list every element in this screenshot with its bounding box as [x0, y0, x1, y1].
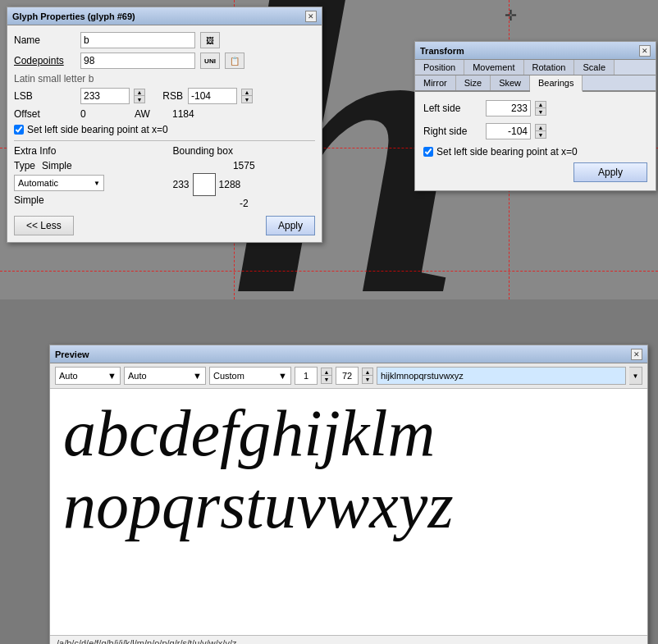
tab-position[interactable]: Position: [415, 60, 464, 75]
lsb-spinner: ▲ ▼: [134, 89, 145, 103]
tab-size[interactable]: Size: [456, 75, 491, 90]
preview-line-1: abcdefghijklm: [63, 397, 634, 469]
lsb-input[interactable]: [80, 88, 130, 104]
preview-dropdown-2[interactable]: Auto ▼: [124, 367, 206, 385]
bounding-box: 1575 233 1288 -2: [173, 160, 316, 209]
glyph-info-text: Latin small letter b: [14, 73, 315, 84]
auto-dropdown[interactable]: Automatic ▼: [14, 175, 104, 191]
lsb-spin-down[interactable]: ▼: [134, 96, 145, 103]
preview-text-input[interactable]: [377, 367, 626, 385]
transform-body: Left side ▲ ▼ Right side ▲ ▼ Set left si…: [415, 92, 656, 190]
preview-spin-1-up[interactable]: ▲: [321, 368, 332, 376]
tab-rotation-label: Rotation: [532, 62, 566, 72]
lsb-label: LSB: [14, 90, 75, 102]
name-row: Name 🖼: [14, 32, 315, 48]
less-button[interactable]: << Less: [14, 216, 74, 235]
left-side-input[interactable]: [486, 100, 531, 116]
tab-movement[interactable]: Movement: [464, 60, 523, 75]
preview-close-button[interactable]: ✕: [631, 349, 642, 360]
preview-spinner-1: ▲ ▼: [321, 368, 332, 384]
transform-apply-button[interactable]: Apply: [573, 162, 647, 182]
preview-spin-2-up[interactable]: ▲: [362, 368, 373, 376]
transform-checkbox-row: Set left side bearing point at x=0: [423, 146, 647, 158]
bb-box: [193, 173, 216, 196]
glyph-props-close-button[interactable]: ✕: [305, 11, 317, 22]
bottom-buttons: << Less Apply: [14, 216, 315, 235]
preview-spin-1-down[interactable]: ▼: [321, 376, 332, 384]
preview-toolbar: Auto ▼ Auto ▼ Custom ▼ ▲ ▼ ▲ ▼ ▼: [50, 363, 647, 389]
offset-label: Offset: [14, 108, 75, 120]
transform-bearing-checkbox[interactable]: [423, 147, 433, 157]
rsb-input[interactable]: [188, 88, 237, 104]
preview-dropdown-2-arrow: ▼: [193, 371, 202, 381]
preview-title: Preview: [55, 349, 89, 359]
bearing-checkbox-row: Set left side bearing point at x=0: [14, 124, 315, 135]
tab-position-label: Position: [423, 62, 455, 72]
right-side-spin-down[interactable]: ▼: [535, 131, 546, 139]
glyph-properties-window: Glyph Properties (glyph #69) ✕ Name 🖼 Co…: [7, 7, 322, 243]
preview-dropdown-2-value: Auto: [128, 371, 147, 381]
left-side-spin-down[interactable]: ▼: [535, 108, 546, 116]
right-side-spin-up[interactable]: ▲: [535, 124, 546, 131]
separator: [14, 140, 315, 141]
bb-right: 1288: [219, 179, 241, 190]
preview-dropdown-1[interactable]: Auto ▼: [55, 367, 121, 385]
right-side-label: Right side: [423, 126, 481, 137]
codepoints-icon-btn[interactable]: 📋: [225, 53, 244, 69]
rsb-spinner: ▲ ▼: [241, 89, 253, 103]
right-side-input[interactable]: [486, 123, 531, 139]
name-input[interactable]: [80, 32, 195, 48]
extra-right: Bounding box 1575 233 1288 -2: [173, 145, 316, 209]
close-icon: ✕: [308, 12, 314, 21]
preview-line-2: nopqrstuvwxyz: [63, 469, 634, 541]
preview-window: Preview ✕ Auto ▼ Auto ▼ Custom ▼ ▲ ▼ ▲ ▼…: [49, 345, 648, 644]
glyph-apply-button[interactable]: Apply: [266, 216, 315, 235]
preview-titlebar: Preview ✕: [50, 345, 647, 363]
preview-dropdown-3-arrow: ▼: [278, 371, 287, 381]
tab-size-label: Size: [464, 78, 482, 88]
lsb-spin-up[interactable]: ▲: [134, 89, 145, 96]
bb-left: 233: [173, 179, 190, 190]
tab-bearings[interactable]: Bearings: [530, 75, 583, 92]
preview-close-icon: ✕: [633, 350, 640, 359]
transform-window: Transform ✕ Position Movement Rotation S…: [414, 41, 656, 191]
bearing-checkbox-label: Set left side bearing point at x=0: [27, 124, 168, 135]
left-side-spin-up[interactable]: ▲: [535, 101, 546, 108]
tab-mirror[interactable]: Mirror: [415, 75, 456, 90]
preview-num-input-1[interactable]: [295, 367, 318, 385]
bb-title: Bounding box: [173, 145, 316, 157]
guide-line-h2: [0, 271, 658, 272]
bb-middle: 233 1288: [173, 173, 316, 196]
left-side-label: Left side: [423, 103, 481, 114]
preview-dropdown-1-value: Auto: [59, 371, 78, 381]
rsb-spin-up[interactable]: ▲: [241, 89, 253, 96]
glyph-props-title: Glyph Properties (glyph #69): [12, 11, 135, 21]
rsb-label: RSB: [150, 90, 183, 102]
preview-dropdown-3-value: Custom: [213, 371, 244, 381]
tab-rotation[interactable]: Rotation: [524, 60, 575, 75]
type-value: Simple: [42, 160, 72, 171]
preview-dropdown-1-arrow: ▼: [107, 371, 117, 381]
tab-scale[interactable]: Scale: [574, 60, 615, 75]
offset-aw-row: Offset 0 AW 1184: [14, 108, 315, 120]
transform-tabs-row2: Mirror Size Skew Bearings: [415, 75, 656, 92]
unicode-icon: UNI: [204, 57, 216, 65]
preview-footer: /a/b/c/d/e/f/g/h/i/j/k/l/m/n/o/p/q/r/s/t…: [50, 635, 647, 644]
name-icon-btn[interactable]: 🖼: [200, 32, 220, 48]
transform-title: Transform: [420, 46, 464, 56]
bearing-checkbox[interactable]: [14, 125, 24, 135]
transform-close-button[interactable]: ✕: [639, 45, 651, 57]
preview-spinner-2: ▲ ▼: [362, 368, 373, 384]
rsb-spin-down[interactable]: ▼: [241, 96, 253, 103]
glyph-props-titlebar: Glyph Properties (glyph #69) ✕: [7, 7, 322, 25]
preview-dropdown-3[interactable]: Custom ▼: [209, 367, 291, 385]
codepoints-icon: 📋: [230, 57, 240, 66]
tab-skew[interactable]: Skew: [491, 75, 530, 90]
codepoints-input[interactable]: [80, 53, 195, 69]
preview-num-input-2[interactable]: [336, 367, 359, 385]
preview-text-dropdown-btn[interactable]: ▼: [629, 367, 642, 385]
aw-label: AW: [135, 108, 167, 120]
preview-spin-2-down[interactable]: ▼: [362, 376, 373, 384]
right-side-row: Right side ▲ ▼: [423, 123, 647, 139]
unicode-icon-btn[interactable]: UNI: [200, 53, 220, 69]
